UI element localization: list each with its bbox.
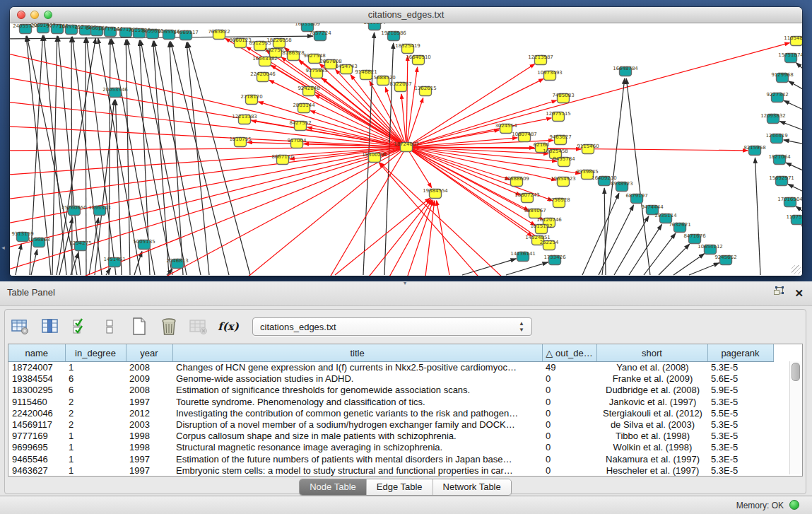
table-row[interactable]: 977716911998Corpus callosum shape and si… [8, 431, 773, 442]
table-cell[interactable]: 0 [542, 431, 596, 442]
graph-edge[interactable] [52, 36, 57, 275]
table-cell[interactable]: 9463627 [8, 465, 65, 477]
graph-edge[interactable] [187, 42, 209, 275]
table-cell[interactable]: 0 [542, 397, 596, 408]
table-cell[interactable]: 2008 [126, 385, 172, 396]
node-table[interactable]: namein_degreeyeartitle△ out_de…shortpage… [8, 344, 803, 477]
graph-edge[interactable] [10, 147, 406, 151]
unselect-rows-icon[interactable] [100, 317, 119, 337]
column-header-indegree[interactable]: in_degree [65, 344, 126, 362]
graph-edge[interactable] [689, 263, 719, 275]
table-cell[interactable]: 9465546 [8, 454, 65, 465]
table-cell[interactable]: Structural magnetic resonance image aver… [172, 442, 542, 453]
table-cell[interactable]: Estimation of significance thresholds fo… [172, 385, 542, 396]
graph-edge[interactable] [406, 100, 556, 147]
table-cell[interactable]: 2009 [126, 373, 172, 385]
table-cell[interactable]: Genome-wide association studies in ADHD. [172, 373, 542, 385]
table-cell[interactable]: 1 [65, 454, 126, 465]
table-cell[interactable]: 1997 [126, 465, 172, 477]
graph-edge[interactable] [406, 67, 418, 147]
graph-edge[interactable] [796, 63, 802, 74]
graph-edge[interactable] [170, 42, 183, 275]
graph-edge[interactable] [335, 198, 430, 275]
window-resize-grip[interactable] [792, 265, 801, 274]
table-cell[interactable]: 9777169 [8, 431, 65, 442]
table-cell[interactable]: 2 [65, 419, 126, 431]
graph-edge[interactable] [626, 78, 650, 275]
graph-edge[interactable] [599, 205, 634, 275]
table-settings-icon[interactable] [11, 317, 30, 337]
table-cell[interactable]: Tourette syndrome. Phenomenology and cla… [172, 397, 542, 408]
table-cell[interactable]: 49 [542, 362, 596, 374]
graph-edge[interactable] [406, 147, 556, 180]
table-cell[interactable]: 18724007 [8, 362, 65, 374]
window-titlebar[interactable]: citations_edges.txt [10, 7, 802, 23]
table-cell[interactable]: 9699695 [8, 442, 65, 453]
graph-edge[interactable] [106, 268, 110, 275]
table-cell[interactable]: 22420046 [8, 408, 65, 419]
column-header-pagerank[interactable]: pagerank [707, 344, 773, 362]
graph-edge[interactable] [109, 39, 110, 275]
table-cell[interactable]: 5.3E-5 [707, 454, 773, 465]
table-cell[interactable]: 2 [65, 408, 126, 419]
graph-edge[interactable] [755, 158, 760, 275]
graph-edge[interactable] [801, 226, 802, 234]
column-header-year[interactable]: year [126, 344, 172, 362]
table-cell[interactable]: 5.3E-5 [707, 465, 773, 477]
graph-edge[interactable] [786, 163, 802, 173]
table-row[interactable]: 1872400712008Changes of HCN gene express… [8, 362, 773, 374]
float-window-icon[interactable] [773, 286, 784, 300]
table-cell[interactable]: 2003 [126, 419, 172, 431]
table-cell[interactable]: Disruption of a novel member of a sodium… [172, 419, 542, 431]
graph-edge[interactable] [506, 262, 548, 275]
table-cell[interactable]: 0 [542, 373, 596, 385]
table-cell[interactable]: 6 [65, 385, 126, 396]
graph-edge[interactable] [673, 254, 705, 275]
graph-edge[interactable] [379, 163, 505, 276]
table-cell[interactable]: 9115460 [8, 397, 65, 408]
close-icon[interactable]: ✕ [794, 287, 804, 300]
graph-edge[interactable] [644, 233, 676, 275]
table-cell[interactable]: 0 [542, 408, 596, 419]
table-cell[interactable]: Changes of HCN gene expression and I(f) … [172, 362, 542, 374]
table-cell[interactable]: 1 [65, 431, 126, 442]
table-cell[interactable]: 5.3E-5 [707, 442, 773, 453]
graph-edge[interactable] [16, 244, 21, 275]
table-cell[interactable]: Jankovic et al. (1997) [596, 397, 707, 408]
function-builder-icon[interactable]: f(x) [218, 317, 238, 337]
table-cell[interactable]: 5.3E-5 [707, 362, 773, 374]
network-canvas[interactable]: 1872400776638228660123891295518226058982… [10, 23, 802, 276]
graph-edge[interactable] [126, 40, 130, 275]
table-cell[interactable]: Wolkin et al. (1998) [596, 442, 707, 453]
table-cell[interactable]: 1997 [126, 397, 172, 408]
table-cell[interactable]: 1 [65, 465, 126, 477]
table-cell[interactable]: 2008 [126, 362, 172, 374]
table-cell[interactable]: Hescheler et al. (1997) [596, 465, 707, 477]
graph-edge[interactable] [437, 201, 449, 275]
table-cell[interactable]: Stergiakouli et al. (2012) [596, 408, 707, 419]
graph-edge[interactable] [784, 100, 802, 112]
table-cell[interactable]: Estimation of the future numbers of pati… [172, 454, 542, 465]
table-cell[interactable]: 5.6E-5 [707, 373, 773, 385]
table-cell[interactable]: 1 [65, 442, 126, 453]
table-cell[interactable]: 5.9E-5 [707, 385, 773, 396]
delete-trash-icon[interactable] [159, 317, 179, 337]
graph-edge[interactable] [71, 37, 72, 275]
table-scrollbar[interactable] [789, 361, 801, 474]
column-edit-icon[interactable] [40, 317, 60, 337]
table-cell[interactable]: 18300295 [8, 385, 65, 396]
column-header-short[interactable]: short [596, 344, 707, 362]
table-cell[interactable]: 1998 [126, 442, 172, 453]
table-cell[interactable]: 0 [542, 442, 596, 453]
graph-edge[interactable] [629, 224, 662, 275]
tab-network-table[interactable]: Network Table [433, 479, 511, 495]
table-cell[interactable]: Franke et al. (2009) [596, 373, 707, 385]
table-row[interactable]: 1938455462009Genome-wide association stu… [8, 373, 773, 385]
table-selector-dropdown[interactable]: citations_edges.txt ▲▼ [252, 317, 532, 336]
graph-edge[interactable] [779, 121, 802, 132]
graph-edge[interactable] [659, 244, 690, 275]
table-row[interactable]: 946362711997Embryonic stem cells: a mode… [8, 465, 773, 477]
table-row[interactable]: 1456911722003Disruption of a novel membe… [8, 419, 773, 431]
table-cell[interactable]: Tibbo et al. (1998) [596, 431, 707, 442]
splitter-handle[interactable]: ▾ [400, 281, 410, 286]
